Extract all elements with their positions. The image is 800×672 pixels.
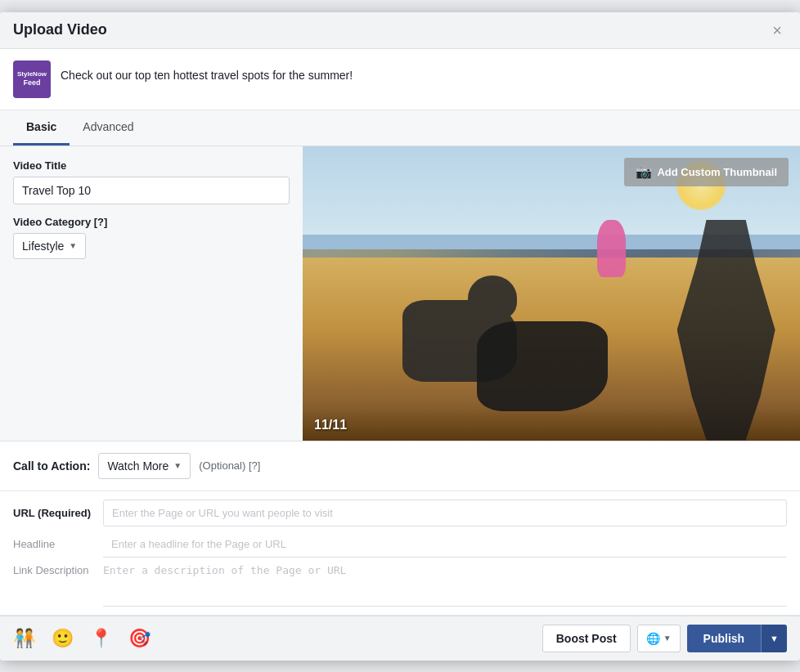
tab-basic[interactable]: Basic (13, 110, 70, 146)
video-title-group: Video Title (13, 159, 290, 204)
scene-dog2 (477, 321, 608, 411)
privacy-button[interactable]: 🌐 ▼ (637, 625, 681, 652)
video-scene (303, 146, 800, 441)
publish-button[interactable]: Publish (687, 625, 762, 652)
publish-group: Publish ▼ (687, 625, 787, 652)
chevron-down-icon: ▼ (663, 634, 672, 643)
scene-dog1-head (468, 276, 517, 320)
avatar-line2: Feed (23, 78, 40, 87)
url-required-label: URL (Required) (13, 507, 103, 519)
modal-title: Upload Video (13, 21, 107, 38)
publish-dropdown-button[interactable]: ▼ (761, 625, 787, 652)
add-person-icon[interactable]: 🧑‍🤝‍🧑 (13, 628, 35, 649)
url-required-row: URL (Required) (13, 500, 787, 526)
chevron-down-icon: ▼ (173, 461, 182, 470)
modal-header: Upload Video × (0, 12, 800, 49)
headline-row: Headline (13, 531, 787, 558)
avatar: StyleNow Feed (13, 60, 51, 98)
cta-section: Call to Action: Watch More ▼ (Optional) … (0, 441, 800, 491)
video-category-label: Video Category [?] (13, 216, 290, 228)
close-button[interactable]: × (767, 20, 787, 40)
link-desc-row: Link Description (13, 558, 787, 607)
video-category-dropdown[interactable]: Lifestyle ▼ (13, 233, 86, 259)
cta-label: Call to Action: (13, 459, 90, 473)
cta-value: Watch More (107, 459, 169, 473)
url-section: URL (Required) Headline Link Description (0, 491, 800, 616)
chevron-down-icon: ▼ (770, 634, 779, 643)
boost-post-button[interactable]: Boost Post (542, 625, 631, 652)
video-title-label: Video Title (13, 159, 290, 172)
video-category-value: Lifestyle (22, 240, 64, 253)
video-thumbnail: 📷 Add Custom Thumbnail 11/11 (303, 146, 800, 441)
video-panel: 📷 Add Custom Thumbnail 11/11 (303, 146, 800, 441)
footer: 🧑‍🤝‍🧑 🙂 📍 🎯 Boost Post 🌐 ▼ Publish ▼ (0, 616, 800, 661)
add-thumbnail-button[interactable]: 📷 Add Custom Thumbnail (624, 158, 789, 186)
form-panel: Video Title Video Category [?] Lifestyle… (0, 146, 303, 441)
tabs-bar: Basic Advanced (0, 110, 800, 146)
post-description: Check out our top ten hottest travel spo… (61, 60, 353, 82)
cta-dropdown-button[interactable]: Watch More ▼ (98, 453, 191, 479)
headline-label: Headline (13, 538, 103, 550)
footer-icons: 🧑‍🤝‍🧑 🙂 📍 🎯 (13, 628, 151, 649)
link-desc-label: Link Description (13, 558, 103, 576)
globe-icon: 🌐 (646, 632, 660, 645)
headline-input[interactable] (103, 531, 787, 558)
video-category-group: Video Category [?] Lifestyle ▼ (13, 216, 290, 259)
camera-icon: 📷 (636, 164, 652, 180)
tab-advanced[interactable]: Advanced (70, 110, 146, 146)
tabs-section: Basic Advanced (0, 110, 800, 146)
cta-optional-label: (Optional) [?] (199, 459, 260, 472)
video-counter: 11/11 (314, 418, 347, 432)
location-icon[interactable]: 📍 (90, 628, 112, 649)
video-title-input[interactable] (13, 177, 290, 204)
chevron-down-icon: ▼ (69, 241, 77, 250)
link-desc-input[interactable] (103, 558, 787, 607)
add-thumbnail-label: Add Custom Thumbnail (657, 166, 777, 178)
emoji-icon[interactable]: 🙂 (52, 628, 74, 649)
upload-video-modal: Upload Video × StyleNow Feed Check out o… (0, 12, 800, 661)
post-header: StyleNow Feed Check out our top ten hott… (0, 49, 800, 110)
url-required-input[interactable] (103, 500, 787, 526)
footer-actions: Boost Post 🌐 ▼ Publish ▼ (542, 625, 787, 652)
target-icon[interactable]: 🎯 (128, 628, 151, 649)
tab-content: Video Title Video Category [?] Lifestyle… (0, 146, 800, 441)
scene-person-pink (597, 220, 626, 277)
avatar-line1: StyleNow (17, 70, 47, 78)
